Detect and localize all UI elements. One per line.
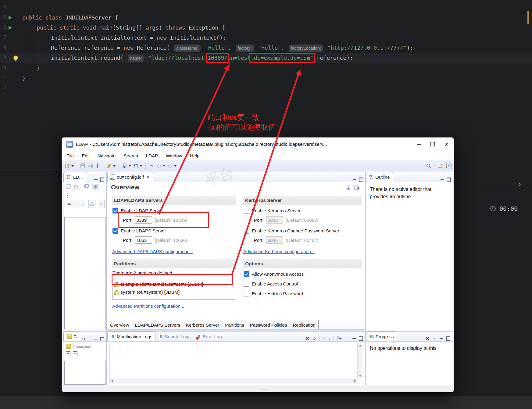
page-tab-replication[interactable]: Replication xyxy=(290,320,318,329)
close-button[interactable]: ✕ xyxy=(440,139,454,149)
ldap-port-field[interactable]: 0389 xyxy=(135,216,152,224)
refresh-icon[interactable] xyxy=(73,184,79,190)
dropdown-caret[interactable] xyxy=(113,165,116,167)
scroll-down-icon[interactable] xyxy=(359,375,362,377)
run-icon[interactable] xyxy=(9,16,12,20)
link-with-editor-icon[interactable] xyxy=(92,184,99,190)
back-icon[interactable] xyxy=(155,163,162,169)
hidden-password-checkbox[interactable] xyxy=(244,291,249,296)
maximize-view-icon[interactable] xyxy=(359,336,363,341)
minimize-view-icon[interactable] xyxy=(94,179,98,180)
resize-grip[interactable] xyxy=(258,388,266,388)
ldap-perspective-button[interactable] xyxy=(444,163,452,169)
code-line[interactable]: 11} xyxy=(0,73,532,83)
tab-error-log[interactable]: Error Log xyxy=(194,332,225,341)
back-history-icon[interactable] xyxy=(148,163,155,169)
enable-ldap-checkbox[interactable] xyxy=(112,208,118,213)
menu-search[interactable]: Search xyxy=(120,153,142,158)
dropdown-caret[interactable] xyxy=(71,165,74,167)
dropdown-caret[interactable] xyxy=(129,165,131,167)
tab-progress[interactable]: Progress xyxy=(366,332,397,341)
menu-ldap[interactable]: LDAP xyxy=(142,153,162,158)
clear-filter-button[interactable]: ⌀ xyxy=(98,200,105,208)
import-icon[interactable] xyxy=(121,163,128,169)
close-tab-icon[interactable]: ✕ xyxy=(146,175,150,179)
maximize-button[interactable] xyxy=(426,139,440,149)
tab-search-logs[interactable]: Search Logs xyxy=(156,332,194,341)
advanced-ldap-config-link[interactable]: Advanced LDAP/LDAPS configuration... xyxy=(112,249,193,254)
enable-changepw-checkbox[interactable] xyxy=(244,228,249,234)
dropdown-caret[interactable] xyxy=(140,165,142,167)
code-line[interactable]: 4 xyxy=(0,2,532,13)
code-line[interactable]: 5public class JNDILDAPServer { xyxy=(0,13,532,23)
tab-ou-config-ldif[interactable]: ou=config.ldif ✕ xyxy=(107,172,153,182)
scrollbar-warning-mark[interactable] xyxy=(527,11,529,24)
code-line[interactable]: 9initialContext.rebind( name: "ldap://lo… xyxy=(0,53,532,63)
maximize-view-icon[interactable] xyxy=(100,337,104,341)
menu-navigate[interactable]: Navigate xyxy=(94,153,120,158)
tab-overflow-badge[interactable]: »1 xyxy=(81,337,85,341)
collapse-all-icon[interactable]: − xyxy=(73,351,77,356)
code-line[interactable]: 6public static void main(String[] args) … xyxy=(0,23,532,33)
scroll-right-icon[interactable] xyxy=(354,379,356,382)
page-tab-overview[interactable]: Overview xyxy=(107,320,132,329)
minimize-view-icon[interactable] xyxy=(352,338,356,339)
code-line[interactable]: 7InitialContext initialContext = new Ini… xyxy=(0,33,532,43)
show-editor-area-icon[interactable] xyxy=(437,163,444,169)
clear-log-icon[interactable]: ✕ xyxy=(305,336,309,341)
menu-window[interactable]: Window xyxy=(162,153,186,158)
tab-connections[interactable]: C xyxy=(63,332,80,341)
code-line[interactable]: 10} xyxy=(0,63,532,73)
code-line[interactable]: 12 xyxy=(0,83,532,93)
view-menu-dots-icon[interactable]: ⋮ xyxy=(345,336,349,341)
minimize-view-icon[interactable] xyxy=(440,338,443,339)
tab-ldap-servers[interactable]: LD... xyxy=(63,172,86,182)
page-tab-ldap-servers[interactable]: LDAP/LDAPS Servers xyxy=(132,320,183,329)
run-icon[interactable] xyxy=(9,26,12,30)
enable-kerberos-checkbox[interactable] xyxy=(244,208,249,213)
allow-anon-checkbox[interactable] xyxy=(244,271,249,277)
scroll-up-icon[interactable] xyxy=(359,345,362,346)
dropdown-caret[interactable] xyxy=(163,165,165,167)
new-connection-icon[interactable] xyxy=(66,344,71,349)
partition-system-row[interactable]: system (ou=system) [JDBM] xyxy=(112,288,236,296)
maximize-view-icon[interactable] xyxy=(100,178,104,182)
maximize-view-icon[interactable] xyxy=(447,178,451,182)
tab-outline[interactable]: Outline xyxy=(366,172,393,182)
ldaps-port-field[interactable]: 1063 xyxy=(135,236,152,244)
maximize-view-icon[interactable] xyxy=(446,336,450,341)
horizontal-scrollbar[interactable] xyxy=(109,378,358,383)
import-config-icon[interactable] xyxy=(346,185,351,190)
partitions-list[interactable]: example (dc=example,dc=com) [JDBM] syste… xyxy=(112,279,236,300)
connections-tree[interactable] xyxy=(64,361,105,385)
minimize-view-icon[interactable] xyxy=(441,179,444,180)
menu-file[interactable]: File xyxy=(62,153,78,158)
advanced-partitions-config-link[interactable]: Advanced Partitions configuration... xyxy=(112,303,184,309)
minimize-view-icon[interactable] xyxy=(353,179,356,180)
menu-edit[interactable]: Edit xyxy=(78,153,94,158)
dropdown-caret[interactable] xyxy=(174,165,177,167)
filter-dropdown[interactable]: = ⌄ xyxy=(66,200,86,208)
tab-modification-logs[interactable]: Modification Logs xyxy=(107,332,156,341)
open-config-icon[interactable] xyxy=(66,184,71,190)
highlighter-pen-icon[interactable] xyxy=(106,163,112,169)
export-icon[interactable] xyxy=(133,163,139,169)
gear-icon[interactable] xyxy=(94,163,101,169)
advanced-kerberos-config-link[interactable]: Advanced Kerberos configuration... xyxy=(243,249,315,254)
collapse-all-icon[interactable] xyxy=(84,184,89,190)
newer-page-icon[interactable]: ↓ xyxy=(328,336,331,341)
page-tab-password-policies[interactable]: Password Policies xyxy=(247,320,290,329)
minimize-button[interactable] xyxy=(412,139,426,149)
ldap-servers-list[interactable] xyxy=(64,217,105,329)
expand-all-icon[interactable]: + xyxy=(66,351,70,356)
view-menu-dots-icon[interactable]: ⋮ xyxy=(432,336,437,341)
minimize-view-icon[interactable] xyxy=(94,339,98,339)
disconnect-icon[interactable] xyxy=(84,346,89,348)
hierarchy-button[interactable]: 品 xyxy=(88,200,95,208)
title-bar[interactable]: LDAP - C:Users\Administrator\.ApacheDire… xyxy=(62,138,454,151)
export-config-icon[interactable] xyxy=(354,185,360,190)
export-log-icon[interactable] xyxy=(337,336,342,341)
code-line[interactable]: 8Reference reference = new Reference( cl… xyxy=(0,43,532,53)
menu-help[interactable]: Help xyxy=(186,153,203,158)
older-page-icon[interactable]: ↑ xyxy=(323,336,325,341)
